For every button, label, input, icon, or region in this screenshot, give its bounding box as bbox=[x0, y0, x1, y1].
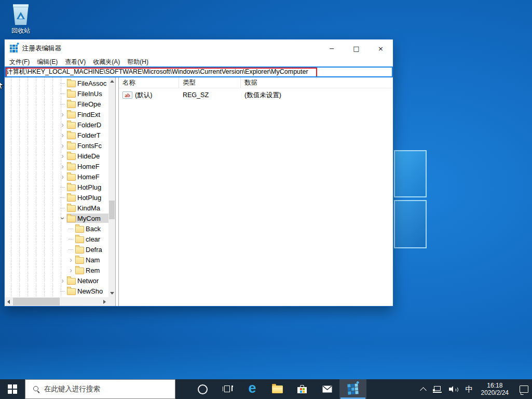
edge-button[interactable]: e bbox=[240, 379, 265, 399]
tree-item[interactable]: › HomeF bbox=[5, 161, 108, 171]
tree-item[interactable]: › Rem bbox=[5, 265, 108, 275]
network-button[interactable] bbox=[429, 379, 445, 399]
column-header-name[interactable]: 名称 bbox=[119, 77, 179, 88]
tree-item[interactable]: › FindExt bbox=[5, 109, 108, 119]
tree-connector bbox=[59, 187, 66, 188]
tree-connector bbox=[59, 291, 66, 291]
system-tray: 中 16:18 2020/2/24 bbox=[417, 379, 532, 399]
search-placeholder: 在此键入进行搜索 bbox=[44, 384, 100, 394]
chevron-right-icon[interactable]: › bbox=[59, 142, 66, 149]
close-button[interactable]: × bbox=[369, 39, 393, 57]
folder-icon bbox=[67, 195, 76, 202]
chevron-right-icon[interactable]: › bbox=[59, 121, 66, 128]
tree-item[interactable]: › FolderT bbox=[5, 130, 108, 140]
tree-item[interactable]: Back bbox=[5, 223, 108, 234]
recycle-bin-icon bbox=[12, 3, 30, 25]
tree-item[interactable]: › HomeF bbox=[5, 171, 108, 182]
tree-item[interactable]: Defra bbox=[5, 244, 108, 255]
titlebar[interactable]: 注册表编辑器 − □ × bbox=[5, 39, 393, 57]
tree-item[interactable]: FileAssoc bbox=[5, 78, 108, 88]
taskbar-app-icons: e bbox=[190, 379, 366, 399]
tree-item[interactable]: › FolderD bbox=[5, 119, 108, 130]
maximize-button[interactable]: □ bbox=[344, 39, 369, 57]
tray-overflow-button[interactable] bbox=[417, 379, 429, 399]
column-header-type[interactable]: 类型 bbox=[179, 77, 241, 88]
tree-item[interactable]: › FontsFc bbox=[5, 140, 108, 151]
menu-file[interactable]: 文件(F) bbox=[6, 58, 33, 66]
menu-view[interactable]: 查看(V) bbox=[61, 58, 89, 66]
registry-editor-taskbar-button[interactable] bbox=[339, 379, 366, 399]
scroll-up-icon[interactable] bbox=[108, 77, 115, 85]
ime-indicator[interactable]: 中 bbox=[462, 379, 477, 399]
tree-item[interactable]: FileOpe bbox=[5, 99, 108, 109]
folder-icon bbox=[67, 174, 76, 181]
pane-splitter[interactable] bbox=[115, 77, 119, 306]
store-button[interactable] bbox=[290, 379, 315, 399]
registry-value-row[interactable]: ab (默认) REG_SZ (数值未设置) bbox=[119, 90, 393, 100]
folder-icon bbox=[67, 143, 76, 150]
minimize-button[interactable]: − bbox=[320, 39, 344, 57]
chevron-right-icon[interactable]: › bbox=[67, 256, 75, 263]
tree-item[interactable]: HotPlug bbox=[5, 192, 108, 203]
tree-item[interactable]: › Networ bbox=[5, 275, 108, 286]
action-center-button[interactable] bbox=[513, 379, 532, 399]
tree-vertical-scrollbar[interactable] bbox=[108, 77, 115, 297]
folder-icon bbox=[67, 132, 76, 139]
registry-app-icon bbox=[10, 45, 18, 52]
scroll-down-icon[interactable] bbox=[108, 289, 115, 297]
column-header-data[interactable]: 数据 bbox=[241, 77, 393, 88]
taskbar-search-box[interactable]: 在此键入进行搜索 bbox=[25, 379, 175, 399]
list-header: 名称 类型 数据 bbox=[119, 77, 393, 88]
start-button[interactable] bbox=[0, 379, 25, 399]
chevron-right-icon[interactable]: › bbox=[59, 152, 66, 159]
tree-item[interactable]: NewSho bbox=[5, 286, 108, 296]
chevron-right-icon[interactable]: › bbox=[59, 173, 66, 180]
tree-item[interactable]: › HideDe bbox=[5, 151, 108, 161]
tree-connector bbox=[59, 94, 66, 94]
registry-address-bar[interactable]: 计算机\HKEY_LOCAL_MACHINE\SOFTWARE\Microsof… bbox=[5, 66, 393, 77]
cortana-icon bbox=[198, 384, 208, 394]
scroll-left-icon[interactable] bbox=[5, 297, 12, 306]
volume-button[interactable] bbox=[445, 379, 462, 399]
task-view-icon bbox=[223, 385, 233, 393]
recycle-bin-desktop-icon[interactable]: 回收站 bbox=[6, 3, 35, 35]
menu-favorites[interactable]: 收藏夹(A) bbox=[89, 58, 124, 66]
registry-path-text[interactable]: 计算机\HKEY_LOCAL_MACHINE\SOFTWARE\Microsof… bbox=[5, 68, 308, 76]
task-view-button[interactable] bbox=[215, 379, 240, 399]
folder-icon bbox=[67, 205, 76, 212]
chevron-right-icon[interactable]: › bbox=[59, 111, 66, 118]
mail-button[interactable] bbox=[315, 379, 339, 399]
file-explorer-button[interactable] bbox=[265, 379, 290, 399]
clock-time: 16:18 bbox=[481, 382, 509, 389]
taskbar-clock[interactable]: 16:18 2020/2/24 bbox=[477, 382, 513, 396]
search-icon bbox=[33, 385, 40, 393]
chevron-right-icon[interactable]: › bbox=[67, 267, 75, 274]
tree-item[interactable]: HotPlug bbox=[5, 182, 108, 192]
chevron-right-icon[interactable]: › bbox=[59, 277, 66, 284]
tree-item[interactable]: › Nam bbox=[5, 255, 108, 265]
folder-icon bbox=[67, 184, 76, 191]
tree-item[interactable]: KindMa bbox=[5, 203, 108, 213]
registry-tree-pane[interactable]: FileAssoc FileInUs FileOpe › FindExt bbox=[5, 77, 115, 306]
registry-values-pane[interactable]: 名称 类型 数据 ab (默认) REG_SZ (数值未设置) bbox=[119, 77, 393, 306]
folder-icon bbox=[67, 122, 76, 129]
menu-edit[interactable]: 编辑(E) bbox=[33, 58, 61, 66]
tree-connector bbox=[67, 239, 75, 240]
horizontal-scroll-thumb[interactable] bbox=[13, 298, 60, 305]
folder-icon bbox=[67, 101, 76, 108]
chevron-right-icon[interactable]: › bbox=[59, 131, 66, 139]
tree-connector bbox=[59, 197, 66, 198]
vertical-scroll-thumb[interactable] bbox=[109, 201, 115, 219]
scroll-right-icon[interactable] bbox=[101, 297, 108, 306]
chevron-right-icon[interactable]: › bbox=[59, 163, 66, 170]
tree-item[interactable]: clear bbox=[5, 234, 108, 244]
value-name: (默认) bbox=[135, 91, 152, 100]
tree-horizontal-scrollbar[interactable] bbox=[5, 297, 108, 306]
tree-item[interactable]: FileInUs bbox=[5, 88, 108, 99]
cortana-button[interactable] bbox=[190, 379, 215, 399]
chevron-down-icon[interactable]: › bbox=[59, 215, 66, 222]
menu-help[interactable]: 帮助(H) bbox=[124, 58, 152, 66]
taskbar: 在此键入进行搜索 e bbox=[0, 379, 532, 399]
tree-item-selected[interactable]: › MyCom bbox=[5, 213, 108, 223]
tree-connector bbox=[59, 104, 66, 104]
